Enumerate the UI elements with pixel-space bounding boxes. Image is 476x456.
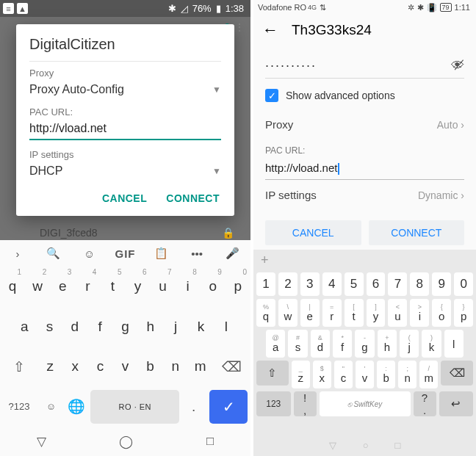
key-m[interactable]: m: [188, 347, 213, 387]
key-5[interactable]: 5: [345, 272, 364, 296]
key-l[interactable]: l: [444, 330, 464, 358]
key-r[interactable]: 4r: [75, 267, 100, 307]
key-j[interactable]: (j: [400, 330, 419, 358]
key-s[interactable]: s: [37, 307, 62, 347]
key-g[interactable]: g: [112, 307, 137, 347]
key-q[interactable]: 1q: [0, 267, 25, 307]
key-x[interactable]: x: [62, 347, 87, 387]
key-b[interactable]: :b: [377, 361, 395, 388]
recents-button[interactable]: □: [395, 440, 401, 451]
key-c[interactable]: "c: [334, 361, 353, 388]
back-button[interactable]: ▽: [329, 440, 336, 451]
key-e[interactable]: 3e: [50, 267, 75, 307]
home-button[interactable]: ○: [363, 440, 369, 451]
proxy-row[interactable]: Proxy Auto ›: [265, 109, 464, 140]
key-g[interactable]: -g: [355, 330, 374, 358]
key-i[interactable]: >i: [410, 299, 429, 327]
period-key[interactable]: ?.: [414, 391, 436, 416]
back-button[interactable]: ▽: [37, 434, 46, 449]
key-h[interactable]: h: [138, 307, 163, 347]
key-a[interactable]: @a: [266, 330, 285, 358]
key-r[interactable]: =r: [322, 299, 342, 327]
key-h[interactable]: +h: [378, 330, 397, 358]
cancel-button[interactable]: CANCEL: [265, 220, 361, 245]
key-k[interactable]: k: [188, 307, 213, 347]
key-j[interactable]: j: [163, 307, 188, 347]
key-k[interactable]: )k: [422, 330, 441, 358]
cancel-button[interactable]: CANCEL: [102, 192, 147, 204]
add-button[interactable]: +: [253, 251, 476, 271]
key-4[interactable]: 4: [322, 272, 342, 296]
globe-key[interactable]: 🌐: [64, 387, 90, 427]
emoji-small-key[interactable]: ☺: [38, 387, 64, 427]
right-keyboard[interactable]: + 1234567890 %q\w|e=r[t]y<u>i{o}p @a#s&d…: [253, 250, 476, 434]
ip-settings-selector[interactable]: DHCP ▼: [29, 160, 221, 182]
checkbox-checked-icon[interactable]: ✓: [265, 89, 278, 102]
key-v[interactable]: v: [112, 347, 137, 387]
key-q[interactable]: %q: [256, 299, 275, 327]
key-6[interactable]: 6: [367, 272, 386, 296]
key-w[interactable]: \w: [278, 299, 298, 327]
more-icon[interactable]: •••: [185, 247, 209, 260]
clipboard-icon[interactable]: 📋: [149, 247, 173, 260]
key-7[interactable]: 7: [388, 272, 407, 296]
key-9[interactable]: 9: [432, 272, 451, 296]
key-t[interactable]: 5t: [100, 267, 125, 307]
key-z[interactable]: _z: [292, 361, 310, 388]
gif-button[interactable]: GIF: [113, 247, 137, 260]
chevron-right-icon[interactable]: ›: [6, 247, 29, 260]
visibility-off-icon[interactable]: 👁︎̸: [451, 57, 464, 73]
numbers-key[interactable]: 123: [256, 391, 291, 416]
ip-settings-row[interactable]: IP settings Dynamic ›: [265, 180, 464, 210]
key-p[interactable]: }p: [454, 299, 473, 327]
key-d[interactable]: &d: [311, 330, 330, 358]
key-0[interactable]: 0: [454, 272, 473, 296]
key-d[interactable]: d: [62, 307, 87, 347]
proxy-selector[interactable]: Proxy Auto-Config ▼: [29, 79, 221, 99]
connect-button[interactable]: CONNECT: [166, 192, 220, 204]
key-b[interactable]: b: [138, 347, 163, 387]
enter-key[interactable]: ✓: [209, 390, 248, 424]
recents-button[interactable]: □: [206, 434, 214, 449]
key-v[interactable]: 'v: [356, 361, 374, 388]
connect-button[interactable]: CONNECT: [369, 220, 465, 245]
period-key[interactable]: .: [181, 387, 206, 427]
emoji-icon[interactable]: ☺: [78, 247, 101, 260]
symbols-key[interactable]: ?123: [0, 387, 38, 427]
key-f[interactable]: *f: [333, 330, 352, 358]
password-field[interactable]: ··········: [265, 58, 317, 73]
space-key[interactable]: RO · EN: [90, 390, 179, 424]
key-s[interactable]: #s: [288, 330, 307, 358]
key-y[interactable]: 6y: [125, 267, 150, 307]
key-m[interactable]: /m: [419, 361, 438, 388]
key-i[interactable]: 8i: [176, 267, 201, 307]
key-8[interactable]: 8: [410, 272, 429, 296]
key-o[interactable]: {o: [432, 299, 451, 327]
pac-url-input[interactable]: http://vload.net: [29, 119, 221, 140]
key-2[interactable]: 2: [278, 272, 298, 296]
key-p[interactable]: 0p: [226, 267, 250, 307]
back-icon[interactable]: ←: [262, 21, 278, 40]
mic-icon[interactable]: 🎤: [221, 247, 245, 260]
key-c[interactable]: c: [87, 347, 112, 387]
key-1[interactable]: 1: [256, 272, 275, 296]
enter-key[interactable]: ↩: [439, 391, 474, 416]
show-advanced-row[interactable]: ✓ Show advanced options: [265, 79, 464, 109]
shift-key[interactable]: ⇧: [256, 361, 289, 386]
key-3[interactable]: 3: [300, 272, 320, 296]
home-button[interactable]: ◯: [119, 434, 133, 449]
key-a[interactable]: a: [12, 307, 37, 347]
key-e[interactable]: |e: [300, 299, 320, 327]
key-l[interactable]: l: [214, 307, 239, 347]
shift-key[interactable]: ⇧: [0, 347, 37, 387]
left-keyboard[interactable]: › 🔍 ☺ GIF 📋 ••• 🎤 1q2w3e4r5t6y7u8i9o0p a…: [0, 240, 250, 427]
key-t[interactable]: [t: [345, 299, 364, 327]
pac-url-input[interactable]: http://vload.net: [265, 157, 464, 180]
space-key[interactable]: ⎋ SwiftKey: [320, 391, 411, 416]
key-w[interactable]: 2w: [25, 267, 50, 307]
search-icon[interactable]: 🔍: [42, 247, 65, 260]
key-y[interactable]: ]y: [367, 299, 386, 327]
key-f[interactable]: f: [87, 307, 112, 347]
key-u[interactable]: 7u: [151, 267, 176, 307]
key-x[interactable]: $x: [313, 361, 331, 388]
